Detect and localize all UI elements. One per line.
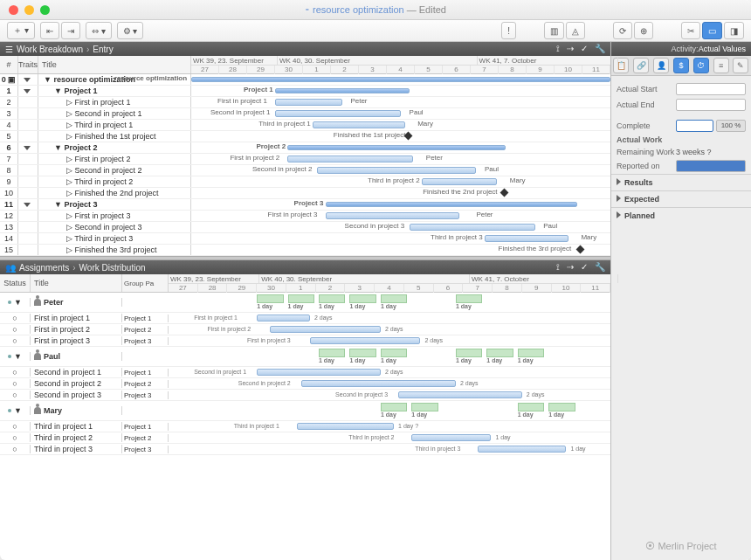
- assignment-bar[interactable]: [270, 326, 381, 333]
- row-title[interactable]: ▷ First in project 2: [38, 154, 191, 164]
- row-dist[interactable]: Third in project 11 day ?: [169, 421, 610, 432]
- complete-pct[interactable]: 100 %: [716, 120, 746, 132]
- row-dist[interactable]: First in project 12 days: [169, 313, 610, 323]
- row-title[interactable]: Mary: [31, 406, 122, 415]
- row-gantt[interactable]: Finished the 3rd project: [191, 245, 610, 255]
- inspector-toggle-button[interactable]: ◨: [724, 22, 744, 39]
- link-button[interactable]: ⇔ ▾: [86, 22, 112, 39]
- dist-row[interactable]: ▼Paul1 day1 day1 day1 day1 day1 day: [0, 347, 610, 367]
- row-dist[interactable]: 1 day1 day1 day1 day1 day1 day: [169, 293, 610, 312]
- breadcrumb2-a[interactable]: Assignments: [19, 263, 69, 273]
- assignment-bar[interactable]: [310, 337, 421, 344]
- tab-finance[interactable]: $: [673, 58, 689, 73]
- col-traits[interactable]: Traits: [18, 56, 38, 73]
- assignment-bar[interactable]: [301, 380, 456, 387]
- gantt-bar[interactable]: [326, 212, 460, 219]
- wbs-row-7[interactable]: 7▷ First in project 2First in project 2P…: [0, 154, 610, 165]
- breadcrumb-b[interactable]: Entry: [93, 45, 113, 54]
- row-title[interactable]: Second in project 1: [31, 368, 122, 377]
- wbs-row-14[interactable]: 14▷ Third in project 3Third in project 3…: [0, 233, 610, 245]
- wbs-row-3[interactable]: 3▷ Second in project 1Second in project …: [0, 108, 610, 120]
- wbs-row-15[interactable]: 15▷ Finished the 3rd projectFinished the…: [0, 245, 610, 256]
- dist-row[interactable]: ○Second in project 3Project 3Second in p…: [0, 390, 610, 401]
- tab-actual[interactable]: ⏱: [693, 58, 709, 73]
- load-bar[interactable]: [456, 294, 482, 303]
- load-bar[interactable]: [381, 403, 407, 411]
- wbs-row-2[interactable]: 2▷ First in project 1First in project 1P…: [0, 97, 610, 108]
- gantt-bar[interactable]: [275, 110, 401, 117]
- row-gantt[interactable]: Finished the 1st project: [191, 131, 610, 142]
- dist-row[interactable]: ○Second in project 2Project 2Second in p…: [0, 378, 610, 390]
- gantt-bar[interactable]: [326, 202, 577, 207]
- value-remaining[interactable]: 3 weeks ?: [676, 148, 746, 156]
- wbs-row-4[interactable]: 4▷ Third in project 1Third in project 1M…: [0, 120, 610, 131]
- panel-toggle-button[interactable]: ▭: [702, 22, 722, 39]
- row-dist[interactable]: Second in project 12 days: [169, 367, 610, 377]
- row-dist[interactable]: First in project 32 days: [169, 335, 610, 346]
- row-gantt[interactable]: First in project 2Peter: [191, 154, 610, 164]
- dist-row[interactable]: ▼Peter1 day1 day1 day1 day1 day1 day: [0, 293, 610, 313]
- row-dist[interactable]: 1 day1 day1 day1 day: [169, 401, 610, 420]
- refresh-button[interactable]: ⟳: [613, 22, 632, 39]
- row-title[interactable]: ▷ Finished the 3rd project: [38, 245, 191, 255]
- gantt-bar[interactable]: [313, 121, 405, 128]
- filter-icon[interactable]: ⟟: [556, 262, 560, 273]
- dist-row[interactable]: ○First in project 1Project 1First in pro…: [0, 313, 610, 324]
- field-actual-end[interactable]: [676, 99, 746, 111]
- load-bar[interactable]: [381, 294, 407, 303]
- load-bar[interactable]: [257, 294, 283, 303]
- row-title[interactable]: First in project 3: [31, 336, 122, 345]
- row-gantt[interactable]: Project 1: [191, 86, 610, 96]
- load-bar[interactable]: [486, 349, 513, 357]
- gantt-bar[interactable]: [317, 167, 476, 174]
- row-title[interactable]: Paul: [31, 352, 122, 361]
- gantt-bar[interactable]: [287, 156, 413, 162]
- row-gantt[interactable]: Project 3: [191, 199, 610, 210]
- load-bar[interactable]: [456, 349, 482, 357]
- gantt-bar[interactable]: [410, 224, 535, 231]
- row-title[interactable]: ▷ Third in project 1: [38, 120, 191, 130]
- load-bar[interactable]: [518, 349, 544, 357]
- row-dist[interactable]: 1 day1 day1 day1 day1 day1 day: [169, 347, 610, 366]
- resources-button[interactable]: ◬: [566, 22, 585, 39]
- section-expected[interactable]: Expected: [611, 190, 751, 207]
- tab-resources[interactable]: 👤: [653, 58, 669, 73]
- row-title[interactable]: ▼ Project 3: [38, 199, 191, 210]
- row-dist[interactable]: Third in project 31 day: [169, 444, 610, 454]
- row-dist[interactable]: Third in project 21 day: [169, 432, 610, 443]
- indent-button[interactable]: ⇥: [61, 22, 80, 39]
- row-gantt[interactable]: Third in project 3Mary: [191, 233, 610, 244]
- row-title[interactable]: ▷ Third in project 2: [38, 176, 191, 187]
- row-dist[interactable]: Second in project 32 days: [169, 390, 610, 400]
- row-title[interactable]: Second in project 2: [31, 379, 122, 388]
- dist-row[interactable]: ○Third in project 1Project 1Third in pro…: [0, 421, 610, 432]
- settings-button[interactable]: ⚙ ▾: [117, 22, 144, 39]
- section-planned[interactable]: Planned: [611, 207, 751, 224]
- assignment-bar[interactable]: [257, 315, 310, 321]
- row-title[interactable]: ▷ Finished the 1st project: [38, 131, 191, 142]
- assignment-bar[interactable]: [478, 446, 566, 453]
- wrench-icon[interactable]: 🔧: [595, 262, 605, 273]
- row-gantt[interactable]: Second in project 1Paul: [191, 108, 610, 119]
- row-gantt[interactable]: Third in project 2Mary: [191, 176, 610, 187]
- highlight-icon[interactable]: ✓: [581, 262, 588, 273]
- col-status[interactable]: Status: [0, 274, 31, 292]
- row-gantt[interactable]: Second in project 2Paul: [191, 165, 610, 176]
- wbs-row-1[interactable]: 1▼ Project 1Project 1: [0, 86, 610, 97]
- row-title[interactable]: ▼ Project 1: [38, 86, 191, 96]
- load-bar[interactable]: [381, 349, 407, 357]
- wbs-row-8[interactable]: 8▷ Second in project 2Second in project …: [0, 165, 610, 176]
- breadcrumb2-b[interactable]: Work Distribution: [79, 263, 146, 273]
- row-title[interactable]: ▷ Third in project 3: [38, 233, 191, 244]
- row-gantt[interactable]: First in project 3Peter: [191, 211, 610, 221]
- col-title2[interactable]: Title: [31, 274, 122, 292]
- row-dist[interactable]: Second in project 22 days: [169, 378, 610, 389]
- wbs-row-13[interactable]: 13▷ Second in project 3Second in project…: [0, 222, 610, 233]
- library-button[interactable]: ▥: [544, 22, 564, 39]
- row-title[interactable]: ▷ Finished the 2nd project: [38, 188, 191, 198]
- milestone[interactable]: [500, 189, 509, 197]
- alert-button[interactable]: !: [501, 22, 516, 39]
- gantt-bar[interactable]: [275, 88, 410, 93]
- breadcrumb-a[interactable]: Work Breakdown: [17, 45, 83, 54]
- load-bar[interactable]: [288, 294, 314, 303]
